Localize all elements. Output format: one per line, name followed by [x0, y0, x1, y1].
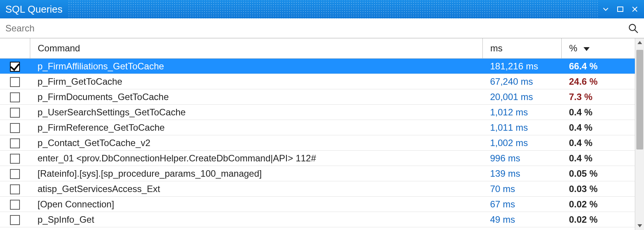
row-command: atisp_GetServicesAccess_Ext [30, 181, 482, 197]
row-checkbox[interactable] [10, 169, 20, 179]
window-controls [602, 5, 639, 13]
table-row[interactable]: p_FirmReference_GetToCache1,011 ms0.4 % [0, 120, 635, 135]
column-header-command-label: Command [38, 43, 80, 53]
row-percent: 0.4 % [561, 120, 635, 135]
row-command: [Rateinfo].[sys].[sp_procedure_params_10… [30, 166, 482, 181]
row-ms: 20,001 ms [482, 89, 561, 105]
svg-marker-7 [637, 224, 642, 227]
row-command: p_SpInfo_Get [30, 212, 482, 227]
row-command: enter_01 <prov.DbConnectionHelper.Create… [30, 151, 482, 166]
row-checkbox-cell[interactable] [0, 166, 30, 181]
row-checkbox[interactable] [10, 92, 20, 102]
row-percent: 0.03 % [561, 181, 635, 197]
table-row[interactable]: enter_01 <prov.DbConnectionHelper.Create… [0, 151, 635, 166]
column-header-percent[interactable]: % [561, 38, 635, 59]
row-command: p_FirmReference_GetToCache [30, 120, 482, 135]
svg-marker-6 [637, 41, 642, 44]
row-checkbox-cell[interactable] [0, 212, 30, 227]
row-ms: 181,216 ms [482, 59, 561, 74]
table-row[interactable]: p_FirmAffiliations_GetToCache181,216 ms6… [0, 59, 635, 74]
row-checkbox[interactable] [10, 215, 20, 225]
svg-point-3 [629, 24, 636, 30]
row-ms: 1,002 ms [482, 135, 561, 151]
row-command: p_FirmDocuments_GetToCache [30, 89, 482, 105]
row-percent: 0.02 % [561, 197, 635, 212]
row-percent: 0.4 % [561, 151, 635, 166]
window: SQL Queries [0, 0, 644, 230]
vertical-scrollbar[interactable] [635, 38, 644, 230]
close-icon[interactable] [631, 5, 639, 13]
queries-table: Command ms % p_FirmAffiliations_ [0, 38, 635, 230]
row-percent: 7.3 % [561, 89, 635, 105]
row-checkbox[interactable] [10, 200, 20, 210]
column-header-checkbox[interactable] [0, 38, 30, 59]
grid-area: Command ms % p_FirmAffiliations_ [0, 38, 644, 230]
row-ms: 1,012 ms [482, 105, 561, 120]
table-row[interactable]: [Open Connection]67 ms0.02 % [0, 197, 635, 212]
scroll-up-icon[interactable] [635, 38, 644, 47]
table-row[interactable]: [Rateinfo].[sys].[sp_procedure_params_10… [0, 166, 635, 181]
row-checkbox-cell[interactable] [0, 105, 30, 120]
svg-rect-0 [618, 7, 623, 12]
row-checkbox-cell[interactable] [0, 197, 30, 212]
row-ms: 1,011 ms [482, 120, 561, 135]
row-percent: 24.6 % [561, 74, 635, 89]
row-command: p_Contact_GetToCache_v2 [30, 135, 482, 151]
row-checkbox-cell[interactable] [0, 151, 30, 166]
row-ms: 996 ms [482, 151, 561, 166]
column-header-percent-label: % [569, 43, 577, 53]
row-command: p_UserSearchSettings_GetToCache [30, 105, 482, 120]
row-checkbox-cell[interactable] [0, 120, 30, 135]
row-checkbox[interactable] [10, 62, 20, 72]
table-row[interactable]: atisp_GetServicesAccess_Ext70 ms0.03 % [0, 181, 635, 197]
column-header-ms-label: ms [490, 43, 503, 53]
column-header-ms[interactable]: ms [482, 38, 561, 59]
row-checkbox[interactable] [10, 154, 20, 164]
row-command: [Open Connection] [30, 197, 482, 212]
svg-line-4 [635, 30, 638, 33]
table-row[interactable]: p_Contact_GetToCache_v21,002 ms0.4 % [0, 135, 635, 151]
row-checkbox[interactable] [10, 108, 20, 118]
row-command: p_FirmAffiliations_GetToCache [30, 59, 482, 74]
row-percent: 0.02 % [561, 212, 635, 227]
search-icon[interactable] [628, 23, 639, 34]
titlebar-grip[interactable] [68, 0, 598, 18]
search-input[interactable] [5, 23, 628, 34]
window-title: SQL Queries [5, 3, 62, 15]
row-percent: 0.05 % [561, 166, 635, 181]
row-percent: 66.4 % [561, 59, 635, 74]
row-checkbox[interactable] [10, 138, 20, 148]
row-ms: 49 ms [482, 212, 561, 227]
row-checkbox[interactable] [10, 123, 20, 133]
titlebar[interactable]: SQL Queries [0, 0, 644, 18]
row-checkbox-cell[interactable] [0, 181, 30, 197]
row-checkbox-cell[interactable] [0, 89, 30, 105]
maximize-icon[interactable] [616, 5, 624, 13]
scrollbar-thumb[interactable] [636, 50, 643, 150]
row-checkbox[interactable] [10, 77, 20, 87]
row-ms: 67 ms [482, 197, 561, 212]
row-percent: 0.4 % [561, 135, 635, 151]
sort-desc-icon [583, 43, 590, 54]
row-command: p_Firm_GetToCache [30, 74, 482, 89]
search-bar [0, 18, 644, 38]
table-row[interactable]: p_Firm_GetToCache67,240 ms24.6 % [0, 74, 635, 89]
svg-marker-5 [584, 47, 590, 51]
row-checkbox-cell[interactable] [0, 135, 30, 151]
row-checkbox[interactable] [10, 184, 20, 194]
row-checkbox-cell[interactable] [0, 74, 30, 89]
row-checkbox-cell[interactable] [0, 59, 30, 74]
row-ms: 139 ms [482, 166, 561, 181]
row-percent: 0.4 % [561, 105, 635, 120]
scroll-down-icon[interactable] [635, 222, 644, 230]
table-row[interactable]: p_UserSearchSettings_GetToCache1,012 ms0… [0, 105, 635, 120]
dropdown-icon[interactable] [602, 5, 610, 13]
table-header-row: Command ms % [0, 38, 635, 59]
table-row[interactable]: p_SpInfo_Get49 ms0.02 % [0, 212, 635, 227]
row-ms: 67,240 ms [482, 74, 561, 89]
column-header-command[interactable]: Command [30, 38, 482, 59]
row-ms: 70 ms [482, 181, 561, 197]
table-row[interactable]: p_FirmDocuments_GetToCache20,001 ms7.3 % [0, 89, 635, 105]
